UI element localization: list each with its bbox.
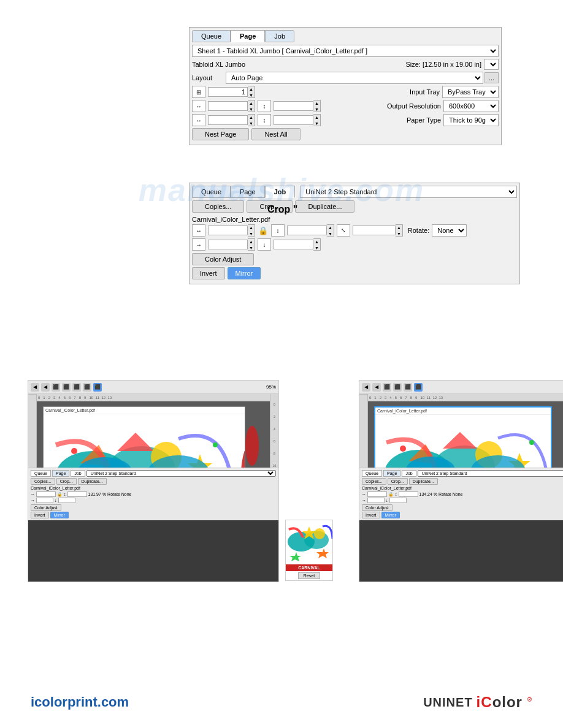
left-ss-ox[interactable]: 3.00 in	[36, 498, 53, 503]
btab-job[interactable]: Job	[265, 186, 296, 198]
right-ss-tab-job[interactable]: Job	[402, 470, 416, 477]
input-tray-select[interactable]: ByPass Tray	[442, 86, 499, 98]
btab-page[interactable]: Page	[231, 186, 265, 198]
left-ss-duplicate[interactable]: Duplicate...	[78, 478, 107, 485]
svg-point-41	[400, 446, 406, 452]
right-ss-mirror[interactable]: Mirror	[381, 512, 400, 518]
height2-down[interactable]: ▼	[313, 121, 320, 127]
copies-arrows[interactable]: ▲ ▼	[248, 86, 255, 98]
right-ss-tab-page[interactable]: Page	[383, 470, 400, 477]
height2-up[interactable]: ▲	[313, 115, 320, 121]
right-ss-height[interactable]: 14.27 in	[399, 491, 418, 497]
main-height-arrows[interactable]: ▲ ▼	[327, 224, 334, 237]
right-ss-crop[interactable]: Crop...	[388, 478, 408, 485]
copies-button[interactable]: Copies...	[192, 200, 244, 213]
height1-input[interactable]: 0.00 in	[274, 101, 313, 111]
tab-page[interactable]: Page	[231, 30, 265, 42]
offset-x-arrows[interactable]: ▲ ▼	[248, 238, 255, 251]
preset-select[interactable]: UniNet 2 Step Standard	[300, 186, 517, 198]
mirror-button[interactable]: Mirror	[228, 267, 261, 279]
right-ss-preset[interactable]: UniNet 2 Step Standard	[418, 470, 563, 477]
left-ss-oy[interactable]: 0.00 in	[58, 498, 75, 503]
main-height-input[interactable]: 11.00 in	[287, 226, 327, 235]
lock-icon[interactable]: 🔒	[258, 225, 269, 236]
offset-y-input[interactable]: 0.00 in	[274, 240, 313, 249]
height2-input[interactable]: 0.00 in	[274, 115, 313, 125]
left-ss-height[interactable]: 16.71 in	[67, 491, 87, 497]
color-adjust-button[interactable]: Color Adjust	[192, 253, 254, 265]
width1-up[interactable]: ▲	[248, 100, 255, 107]
width1-input[interactable]: 0.00 in	[208, 101, 248, 111]
right-ss-copies[interactable]: Copies...	[362, 478, 386, 485]
left-ss-width[interactable]: 12.50 in	[36, 491, 56, 497]
right-ss-ox[interactable]: 0.00 in	[367, 498, 385, 503]
layout-more-button[interactable]: ...	[484, 72, 499, 83]
width1-arrows[interactable]: ▲ ▼	[248, 100, 255, 112]
offset-x-input[interactable]: 0.00 in	[208, 240, 248, 249]
left-ss-color-adjust[interactable]: Color Adjust	[31, 504, 61, 511]
right-ss-duplicate[interactable]: Duplicate...	[409, 478, 438, 485]
left-ss-tab-queue[interactable]: Queue	[31, 470, 51, 477]
top-panel: Queue Page Job Sheet 1 - Tabloid XL Jumb…	[189, 27, 502, 145]
height2-arrows[interactable]: ▲ ▼	[313, 114, 321, 126]
ss-tool-5[interactable]: ⬛	[72, 383, 81, 392]
width2-arrows[interactable]: ▲ ▼	[248, 114, 255, 126]
right-ss-tool-1[interactable]: ◀	[362, 383, 370, 392]
height1-arrows[interactable]: ▲ ▼	[313, 100, 321, 112]
height1-up[interactable]: ▲	[313, 100, 320, 107]
rotate-select[interactable]: None	[432, 224, 467, 237]
nest-page-button[interactable]: Nest Page	[192, 128, 249, 140]
layout-select[interactable]: Auto Page	[226, 72, 483, 84]
sheet-select[interactable]: Sheet 1 - Tabloid XL Jumbo [ Carnival_iC…	[192, 45, 499, 57]
output-res-select[interactable]: 600x600	[443, 100, 499, 112]
left-ss-crop[interactable]: Crop...	[56, 478, 77, 485]
left-thumb-reset[interactable]: Reset	[298, 572, 320, 579]
right-ss-tool-5[interactable]: ⬛	[404, 383, 412, 392]
right-ss-oy[interactable]: 2.93 in	[389, 498, 407, 503]
right-ss-tool-4[interactable]: ⬛	[393, 383, 402, 392]
left-ss-mirror[interactable]: Mirror	[50, 512, 69, 518]
paper-type-select[interactable]: Thick to 90g	[443, 114, 499, 126]
ss-tool-2[interactable]: ◀	[41, 383, 50, 392]
height1-down[interactable]: ▼	[313, 107, 320, 113]
left-ss-copies[interactable]: Copies...	[31, 478, 55, 485]
duplicate-button[interactable]: Duplicate...	[295, 200, 354, 213]
paper-type-label: Paper Type	[407, 116, 441, 124]
ss-tool-3[interactable]: ⬛	[52, 383, 60, 392]
main-width-arrows[interactable]: ▲ ▼	[248, 224, 255, 237]
ss-tool-1[interactable]: ◀	[31, 383, 39, 392]
copies-up-arrow[interactable]: ▲	[248, 86, 255, 93]
right-ss-tool-6[interactable]: ⬛	[414, 383, 423, 392]
right-ss-invert[interactable]: Invert	[362, 512, 380, 518]
ss-tool-4[interactable]: ⬛	[62, 383, 71, 392]
offset-y-arrows[interactable]: ▲ ▼	[313, 238, 321, 251]
right-ss-color-adjust[interactable]: Color Adjust	[362, 504, 393, 511]
right-ss-tab-queue[interactable]: Queue	[362, 470, 382, 477]
tab-queue[interactable]: Queue	[192, 30, 231, 42]
nest-all-button[interactable]: Nest All	[251, 128, 300, 140]
left-ss-tab-job[interactable]: Job	[71, 470, 85, 477]
footer-url-text: icolorprint.com	[31, 694, 129, 710]
ss-tool-7[interactable]: ⬛	[93, 383, 102, 392]
tab-job[interactable]: Job	[265, 30, 294, 42]
scale-arrows[interactable]: ▲ ▼	[396, 224, 403, 237]
main-width-input[interactable]: 8.50 in	[208, 226, 248, 235]
copies-input[interactable]	[208, 87, 248, 97]
right-ss-tool-2[interactable]: ◀	[372, 383, 381, 392]
width2-input[interactable]: 0.00 in	[208, 115, 248, 125]
width1-down[interactable]: ▼	[248, 107, 255, 113]
copies-down-arrow[interactable]: ▼	[248, 93, 255, 99]
scale-input[interactable]: 100.00 %	[353, 226, 396, 235]
right-ss-tool-3[interactable]: ⬛	[383, 383, 391, 392]
right-ss-width[interactable]: 11.45 in	[367, 491, 387, 497]
left-ss-tab-page[interactable]: Page	[52, 470, 69, 477]
left-ss-invert[interactable]: Invert	[31, 512, 49, 518]
left-ss-preset[interactable]: UniNet 2 Step Standard	[86, 470, 276, 477]
size-select[interactable]	[484, 59, 499, 70]
btab-queue[interactable]: Queue	[192, 186, 231, 198]
width2-down[interactable]: ▼	[248, 121, 255, 127]
filename-label: Carnival_iColor_Letter.pdf	[192, 216, 270, 223]
ss-tool-6[interactable]: ⬛	[83, 383, 91, 392]
invert-button[interactable]: Invert	[192, 267, 225, 279]
width2-up[interactable]: ▲	[248, 115, 255, 121]
